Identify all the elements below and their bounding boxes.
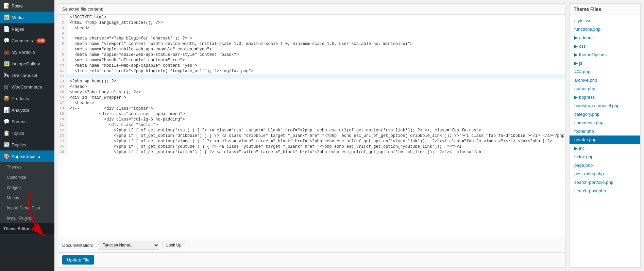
folder-label: themeOptions bbox=[579, 52, 607, 57]
line-number: 20 bbox=[58, 117, 67, 122]
line-code[interactable]: <!-- <div class="topbar"> bbox=[67, 106, 565, 111]
line-code[interactable]: <body <?php body_class(); ?>> bbox=[67, 90, 565, 95]
folder-icon: ▶ bbox=[574, 52, 578, 57]
line-code[interactable]: <?php if ( of_get_option('vimeo') ) { ?>… bbox=[67, 139, 565, 144]
line-code[interactable] bbox=[67, 74, 565, 79]
file-item-author-php[interactable]: author.php bbox=[570, 84, 640, 93]
line-code[interactable]: <div class="social"> bbox=[67, 122, 565, 128]
sidebar-item-comments[interactable]: 💬 Comments 449 bbox=[0, 35, 54, 46]
owlcarousel-icon: 🎠 bbox=[3, 72, 10, 78]
line-code[interactable]: <?php if ( of_get_option('twitch') ) { ?… bbox=[67, 149, 565, 155]
file-folder-inc[interactable]: ▶inc bbox=[570, 144, 640, 153]
file-item-bootstrap-carousel-php[interactable]: bootstrap-carousel.php bbox=[570, 101, 640, 110]
update-file-button[interactable]: Update File bbox=[62, 255, 94, 265]
file-folder-themeOptions[interactable]: ▶themeOptions bbox=[570, 50, 640, 59]
submenu-menus[interactable]: Menus bbox=[0, 193, 54, 203]
folder-label: css bbox=[579, 44, 586, 49]
file-label: page.php bbox=[574, 163, 593, 168]
submenu-importdemodata[interactable]: Import Demo Data bbox=[0, 203, 54, 213]
folder-icon: ▶ bbox=[574, 44, 578, 49]
file-label: author.php bbox=[574, 86, 595, 91]
submenu-installplugins[interactable]: Install Plugins bbox=[0, 213, 54, 223]
line-code[interactable]: <?php if ( of_get_option('dribbble') ) {… bbox=[67, 133, 565, 139]
isotope-icon: 🖼️ bbox=[3, 61, 10, 67]
line-code[interactable]: <?php if ( of_get_option('rss') ) { ?> <… bbox=[67, 128, 565, 133]
media-icon: 🖼️ bbox=[3, 14, 10, 20]
file-item-style-css[interactable]: style.css bbox=[570, 16, 640, 25]
line-code[interactable]: <head> bbox=[67, 26, 565, 31]
line-code[interactable]: <div class="container topbar-menu"> bbox=[67, 111, 565, 117]
line-number: 2 bbox=[58, 20, 67, 26]
sidebar-item-topics[interactable]: 📋 Topics bbox=[0, 127, 54, 139]
file-item-index-php[interactable]: index.php bbox=[570, 153, 640, 161]
file-item-post-rating-php[interactable]: post-rating.php bbox=[570, 170, 640, 178]
line-code[interactable]: <link rel="icon" href="<?php bloginfo( '… bbox=[67, 68, 565, 74]
line-code[interactable]: <meta charset="<?php bloginfo( 'charset'… bbox=[67, 36, 565, 41]
code-editor[interactable]: 1 <!DOCTYPE html> 2 <html <?php language… bbox=[58, 15, 565, 238]
sidebar-item-woocommerce[interactable]: 🛒 WooCommerce bbox=[0, 81, 54, 93]
line-code[interactable]: <meta name="HandheldFriendly" content="t… bbox=[67, 58, 565, 63]
lookup-button[interactable]: Look Up bbox=[163, 241, 185, 249]
line-code[interactable]: <html <?php language_attributes(); ?>> bbox=[67, 20, 565, 26]
line-code[interactable]: <?php wp_head(); ?> bbox=[67, 79, 565, 84]
line-number: 4 bbox=[58, 31, 67, 36]
file-item-search-post-php[interactable]: search-post.php bbox=[570, 187, 640, 195]
sidebar-item-isotope[interactable]: 🖼️ IsotopeGallery bbox=[0, 58, 54, 69]
file-item-footer-php[interactable]: footer.php bbox=[570, 127, 640, 136]
file-item-archive-php[interactable]: archive.php bbox=[570, 76, 640, 84]
line-code[interactable]: <div class="col-lg-6 no-padding"> bbox=[67, 117, 565, 122]
analytics-icon: 📊 bbox=[3, 107, 10, 113]
file-folder-css[interactable]: ▶css bbox=[570, 42, 640, 50]
comments-icon: 💬 bbox=[3, 37, 10, 44]
file-list: style.cssfunctions.php▶addons▶css▶themeO… bbox=[570, 15, 640, 267]
file-label: archive.php bbox=[574, 78, 597, 83]
submenu-widgets[interactable]: Widgets bbox=[0, 182, 54, 193]
line-number: 12 bbox=[58, 74, 67, 79]
sidebar-item-pages[interactable]: 📄 Pages bbox=[0, 23, 54, 35]
line-number: 16 bbox=[58, 95, 67, 100]
folder-label: js bbox=[579, 61, 582, 66]
sidebar-item-owlcarousel[interactable]: 🎠 Owl carousel bbox=[0, 69, 54, 81]
sidebar-item-forums[interactable]: 💬 Forums bbox=[0, 116, 54, 127]
submenu-themes[interactable]: Themes bbox=[0, 162, 54, 172]
appearance-submenu: Themes Customize Widgets Menus Import De… bbox=[0, 162, 54, 223]
file-folder-bbpress[interactable]: ▶bbpress bbox=[570, 93, 640, 101]
line-code[interactable] bbox=[67, 31, 565, 36]
editor-header: Selected file content: bbox=[58, 4, 565, 15]
file-item-functions-php[interactable]: functions.php bbox=[570, 25, 640, 33]
sidebar-item-posts[interactable]: 📝 Posts bbox=[0, 0, 54, 12]
line-code[interactable]: <?php if ( of_get_option('youtube') ) { … bbox=[67, 144, 565, 149]
pages-icon: 📄 bbox=[3, 26, 10, 32]
file-item-header-php[interactable]: header.php bbox=[570, 136, 640, 144]
submenu-customize[interactable]: Customize bbox=[0, 172, 54, 182]
sidebar-item-products[interactable]: 📦 Products bbox=[0, 93, 54, 104]
line-code[interactable]: <meta name="viewport" content="width=dev… bbox=[67, 41, 565, 47]
products-icon: 📦 bbox=[3, 95, 10, 101]
line-code[interactable]: </head> bbox=[67, 84, 565, 90]
line-code[interactable]: <meta name="apple-mobile-web-app-status-… bbox=[67, 52, 565, 58]
sidebar-item-replies[interactable]: ↩️ Replies bbox=[0, 139, 54, 150]
folder-label: bbpress bbox=[579, 95, 595, 100]
sidebar-item-analytics[interactable]: 📊 Analytics bbox=[0, 104, 54, 116]
line-code[interactable]: <meta name="apple-mobile-web-app-capable… bbox=[67, 47, 565, 52]
sidebar-item-media[interactable]: 🖼️ Media bbox=[0, 12, 54, 23]
woocommerce-icon: 🛒 bbox=[3, 84, 10, 90]
line-code[interactable]: <div id="main_wrapper"> bbox=[67, 95, 565, 100]
file-folder-addons[interactable]: ▶addons bbox=[570, 33, 640, 42]
sidebar-item-portfolio[interactable]: 💼 My Portfolio bbox=[0, 46, 54, 58]
file-item-category-php[interactable]: category.php bbox=[570, 110, 640, 118]
file-item-404-php[interactable]: 404.php bbox=[570, 67, 640, 76]
folder-label: inc bbox=[579, 146, 585, 151]
file-item-comments-php[interactable]: comments.php bbox=[570, 118, 640, 127]
line-code[interactable]: <header> bbox=[67, 100, 565, 106]
file-item-search-portfolio-php[interactable]: search-portfolio.php bbox=[570, 178, 640, 187]
sidebar-item-appearance[interactable]: 🎨 Appearance ▲ bbox=[0, 150, 54, 162]
file-item-page-php[interactable]: page.php bbox=[570, 161, 640, 170]
function-name-select[interactable]: Function Name... bbox=[98, 241, 159, 250]
line-code[interactable]: <!DOCTYPE html> bbox=[67, 15, 565, 20]
theme-editor-footer[interactable]: Theme Editor bbox=[0, 223, 54, 234]
file-folder-js[interactable]: ▶js bbox=[570, 59, 640, 67]
line-number: 8 bbox=[58, 52, 67, 58]
line-number: 11 bbox=[58, 68, 67, 74]
line-code[interactable]: <meta name="mobile-web-app-capable" cont… bbox=[67, 63, 565, 68]
